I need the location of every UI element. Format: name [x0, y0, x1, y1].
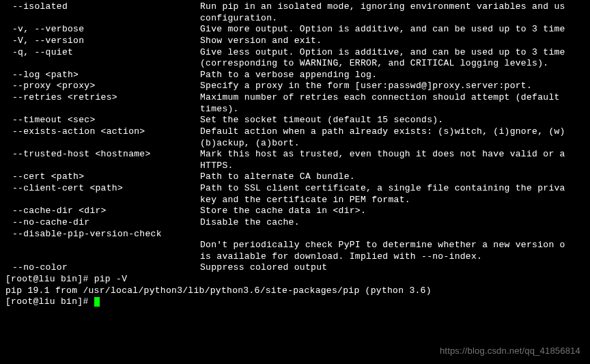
option-flag: --log <path> [3, 70, 200, 81]
option-flag [3, 251, 200, 263]
option-description: Give more output. Option is additive, an… [200, 24, 590, 36]
option-continuation: (corresponding to WARNING, ERROR, and CR… [3, 58, 590, 70]
option-row: --isolatedRun pip in an isolated mode, i… [3, 1, 590, 13]
option-flag [3, 138, 200, 150]
option-flag: -V, --version [3, 36, 200, 47]
option-flag [3, 13, 200, 25]
option-description: configuration. [200, 13, 590, 25]
option-row: --no-colorSuppress colored output [3, 262, 590, 274]
option-description: Set the socket timeout (default 15 secon… [200, 115, 590, 126]
option-description: is available for download. Implied with … [200, 251, 590, 263]
option-row: --timeout <sec>Set the socket timeout (d… [3, 115, 590, 126]
option-flag: --disable-pip-version-check [3, 229, 200, 240]
option-row: --proxy <proxy>Specify a proxy in the fo… [3, 81, 590, 92]
option-continuation: configuration. [3, 13, 590, 25]
option-flag: --retries <retries> [3, 92, 200, 104]
command-output: pip 19.1 from /usr/local/python3/lib/pyt… [3, 285, 590, 297]
option-description: Mark this host as trusted, even though i… [200, 149, 590, 160]
option-description: Path to a verbose appending log. [200, 70, 590, 81]
option-row: --exists-action <action>Default action w… [3, 126, 590, 138]
option-description: Path to SSL client certificate, a single… [200, 183, 590, 195]
shell-prompt: [root@liu bin]# [5, 296, 94, 307]
terminal-output[interactable]: --isolatedRun pip in an isolated mode, i… [0, 0, 590, 308]
option-description: Maximum number of retries each connectio… [200, 92, 590, 104]
command-text: pip -V [94, 274, 128, 284]
option-row: --cert <path>Path to alternate CA bundle… [3, 171, 590, 183]
option-row: --log <path>Path to a verbose appending … [3, 70, 590, 81]
option-flag [3, 104, 200, 115]
option-row: --disable-pip-version-check [3, 229, 590, 240]
option-description: (b)ackup, (a)bort. [200, 138, 590, 150]
option-description: Give less output. Option is additive, an… [200, 47, 590, 59]
option-description: times). [200, 104, 590, 115]
shell-prompt: [root@liu bin]# [5, 274, 94, 284]
option-description: Suppress colored output [200, 262, 590, 274]
option-flag [3, 58, 200, 70]
option-continuation: is available for download. Implied with … [3, 251, 590, 263]
option-flag: --proxy <proxy> [3, 81, 200, 92]
option-flag: --no-color [3, 262, 200, 274]
option-flag: --exists-action <action> [3, 126, 200, 138]
option-row: --no-cache-dirDisable the cache. [3, 217, 590, 229]
option-description: (corresponding to WARNING, ERROR, and CR… [200, 58, 590, 70]
option-description: Don't periodically check PyPI to determi… [200, 240, 590, 251]
option-description: Disable the cache. [200, 217, 590, 229]
option-flag: --isolated [3, 1, 200, 13]
option-flag: -v, --verbose [3, 24, 200, 36]
option-row: --cache-dir <dir>Store the cache data in… [3, 206, 590, 217]
option-description: Show version and exit. [200, 36, 590, 47]
cursor-icon [94, 297, 100, 307]
option-row: --client-cert <path>Path to SSL client c… [3, 183, 590, 195]
option-flag: --cache-dir <dir> [3, 206, 200, 217]
option-flag [3, 195, 200, 206]
option-continuation: key and the certificate in PEM format. [3, 195, 590, 206]
option-row: -V, --versionShow version and exit. [3, 36, 590, 47]
option-description: Specify a proxy in the form [user:passwd… [200, 81, 590, 92]
option-flag: --timeout <sec> [3, 115, 200, 126]
option-flag [3, 160, 200, 172]
option-description: Store the cache data in <dir>. [200, 206, 590, 217]
option-continuation: (b)ackup, (a)bort. [3, 138, 590, 150]
option-continuation: HTTPS. [3, 160, 590, 172]
option-row: -q, --quietGive less output. Option is a… [3, 47, 590, 59]
option-row: --retries <retries>Maximum number of ret… [3, 92, 590, 104]
option-flag: --cert <path> [3, 171, 200, 183]
option-row: --trusted-host <hostname>Mark this host … [3, 149, 590, 160]
option-description: Run pip in an isolated mode, ignoring en… [200, 1, 590, 13]
prompt-line-active[interactable]: [root@liu bin]# [3, 296, 590, 308]
option-flag: --no-cache-dir [3, 217, 200, 229]
option-flag: --client-cert <path> [3, 183, 200, 195]
option-flag: --trusted-host <hostname> [3, 149, 200, 160]
option-continuation: times). [3, 104, 590, 115]
option-flag: -q, --quiet [3, 47, 200, 59]
option-description [200, 229, 590, 240]
option-flag [3, 240, 200, 251]
prompt-line: [root@liu bin]# pip -V [3, 274, 590, 285]
option-description: Path to alternate CA bundle. [200, 171, 590, 183]
option-description: key and the certificate in PEM format. [200, 195, 590, 206]
option-description: Default action when a path already exist… [200, 126, 590, 138]
option-continuation: Don't periodically check PyPI to determi… [3, 240, 590, 251]
option-row: -v, --verboseGive more output. Option is… [3, 24, 590, 36]
option-description: HTTPS. [200, 160, 590, 172]
watermark-text: https://blog.csdn.net/qq_41856814 [440, 346, 580, 357]
